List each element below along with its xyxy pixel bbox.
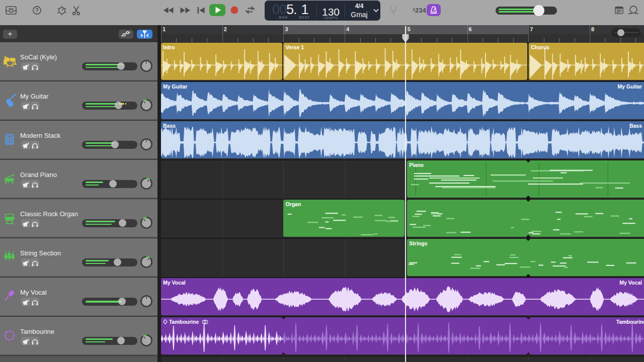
svg-text:?: ? bbox=[35, 7, 38, 13]
